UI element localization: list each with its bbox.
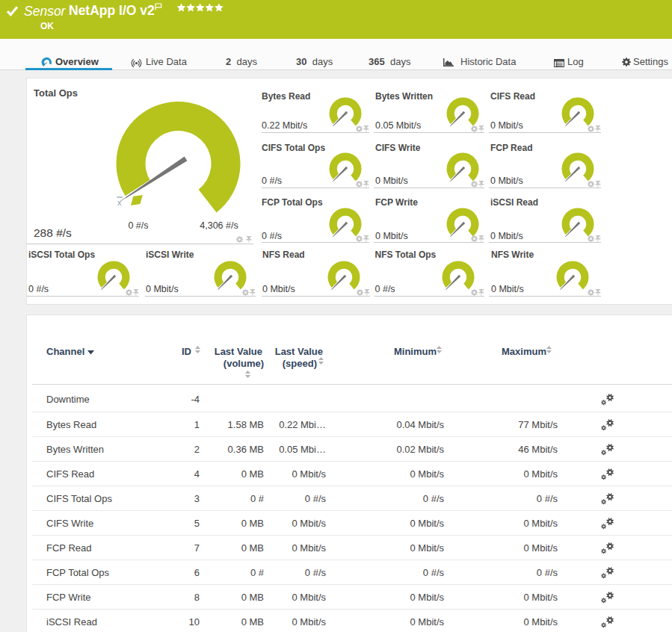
svg-text:x: x [117, 198, 122, 207]
